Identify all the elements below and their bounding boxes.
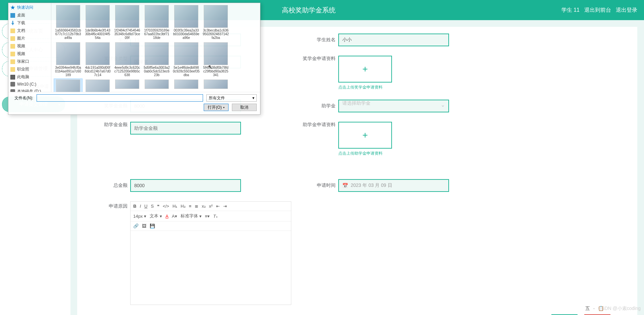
mouse-cursor: ↖: [208, 64, 212, 70]
sub-icon[interactable]: x₂: [202, 204, 206, 209]
bgcolor-icon[interactable]: A▾: [172, 214, 177, 219]
fd-side-item[interactable]: 桌面: [8, 11, 51, 19]
quote-icon[interactable]: ❝: [157, 204, 159, 209]
thumbnail-image: [86, 80, 110, 92]
underline-icon[interactable]: U: [144, 204, 147, 209]
fd-side-item[interactable]: 下载: [8, 19, 51, 27]
label-total: 总金额: [91, 182, 128, 189]
h1-icon[interactable]: H₁: [172, 204, 177, 209]
logout-link[interactable]: 退出登录: [616, 7, 637, 14]
grant-upload[interactable]: +: [338, 122, 392, 149]
fontfamily-select[interactable]: 标准字体 ▾: [181, 213, 202, 219]
folder-icon: [10, 44, 15, 49]
file-thumb[interactable]: 1de9b6b4e3f14330b4f6c4001f4f554a: [84, 4, 112, 40]
file-thumb[interactable]: 3c3becdba1c63695026924837142fa2ba: [202, 4, 230, 40]
file-thumb[interactable]: 4eee5d9c3c620cc7125200e98b5c638: [113, 42, 141, 77]
fd-side-item[interactable]: 视频: [8, 50, 51, 58]
reason-editor[interactable]: B I U S ❝ </> H₁ H₂ ≡ ≣ x₂ x² ⇤ ⇥ 14px ▾…: [130, 201, 291, 305]
code-icon[interactable]: </>: [163, 204, 169, 209]
chevron-down-icon: ▾: [252, 96, 254, 100]
thumbnail-image: [56, 5, 80, 28]
file-grid: 1a5936643582cb677c7c112b78b3a49a1de9b6b4…: [51, 3, 260, 92]
file-thumb[interactable]: 1f2484cf745454635348c6d8d73ce09f: [113, 4, 141, 40]
italic-icon[interactable]: I: [140, 204, 141, 209]
editor-body[interactable]: [131, 231, 291, 305]
file-thumb[interactable]: 6a2a9de7847011b4cb128a5c567bea9e: [54, 79, 82, 92]
user-label[interactable]: 学生 11: [561, 7, 580, 14]
file-thumb[interactable]: 4dc191a080d06f8dcd124b7a67d07c14: [84, 42, 112, 77]
fd-side-item[interactable]: 张家口: [8, 58, 51, 65]
file-thumb[interactable]: [143, 79, 171, 92]
sup-icon[interactable]: x²: [209, 204, 213, 209]
quick-access[interactable]: 快速访问: [8, 4, 51, 11]
save-icon[interactable]: 💾: [150, 223, 155, 228]
thumbnail-label: 3c3becdba1c63695026924837142fa2ba: [202, 29, 229, 40]
file-thumb[interactable]: 1a5936643582cb677c7c112b78b3a49a: [54, 4, 82, 40]
label-grant-amount: 助学金金额: [91, 122, 128, 128]
scholarship-upload[interactable]: +: [338, 56, 392, 83]
open-button[interactable]: 打开(O) ▾: [204, 104, 229, 111]
grant-select[interactable]: 请选择助学金: [338, 100, 449, 112]
total-input[interactable]: [130, 179, 241, 192]
indent-icon[interactable]: ⇤: [216, 204, 220, 209]
file-dialog-sidebar: 快速访问 桌面下载文档图片视频视频张家口职业照此电脑Win10 (C:)本地磁盘…: [8, 3, 51, 92]
file-thumb[interactable]: 5f45638df0b78fdc29fbbd90a3825341: [202, 42, 230, 77]
h2-icon[interactable]: H₂: [181, 204, 185, 209]
filetype-select[interactable]: 所有文件▾: [206, 94, 257, 102]
fd-side-item[interactable]: 视频: [8, 42, 51, 50]
label-reason: 申请原因: [91, 203, 128, 305]
file-thumb[interactable]: [113, 79, 141, 92]
file-thumb[interactable]: [202, 79, 230, 92]
calendar-icon: 📅: [342, 183, 348, 188]
thumbnail-image: [115, 80, 139, 89]
file-thumb[interactable]: [172, 79, 200, 92]
link-icon[interactable]: 🔗: [133, 223, 139, 228]
dialog-cancel-button[interactable]: 取消: [232, 104, 257, 111]
fd-side-item[interactable]: 本地磁盘 (D:): [8, 88, 51, 92]
filename-label: 文件名(N):: [12, 95, 33, 101]
folder-icon: [10, 59, 15, 64]
list-ul-icon[interactable]: ≣: [195, 204, 198, 209]
fd-side-item[interactable]: 文档: [8, 27, 51, 35]
pc-icon: [10, 75, 15, 80]
grant-amount-input[interactable]: [130, 122, 241, 135]
fd-side-item[interactable]: 图片: [8, 35, 51, 42]
file-thumb[interactable]: 3e0394ee94fcf0a01b4ae891a7c60189: [54, 42, 82, 77]
thumbnail-label: 1a5936643582cb677c7c112b78b3a49a: [55, 29, 82, 40]
back-link[interactable]: 退出到前台: [584, 7, 611, 14]
editor-toolbar-3: 🔗 🖼 💾: [131, 221, 291, 231]
bold-icon[interactable]: B: [133, 204, 136, 209]
thumbnail-image: [86, 5, 110, 28]
down-icon: [10, 21, 15, 25]
image-icon[interactable]: 🖼: [142, 223, 146, 228]
apply-time-input[interactable]: 📅 2023 年 03 月 09 日: [338, 179, 449, 192]
folder-icon: [10, 36, 15, 41]
fd-side-item[interactable]: 此电脑: [8, 73, 51, 81]
fontsize-select[interactable]: 14px ▾: [133, 214, 146, 219]
thumbnail-image: [204, 42, 228, 65]
file-thumb[interactable]: 5e1e4f6dedb8980c928c5503eef35dba: [172, 42, 200, 77]
thumbnail-label: 4dc191a080d06f8dcd124b7a67d07c14: [84, 66, 111, 77]
grant-upload-hint: 点击上传助学金申请资料: [338, 151, 392, 156]
file-thumb[interactable]: 003f3c39ea2a33b01030da54659ea96e: [172, 4, 200, 40]
desk-icon: [10, 13, 15, 18]
clear-icon[interactable]: Tₓ: [213, 214, 218, 219]
file-thumb[interactable]: 5d5ff5e6a3003a20ab0c5dc523ec623b: [143, 42, 171, 77]
label-grant: 助学金: [299, 103, 336, 109]
align-icon[interactable]: ≡▾: [205, 214, 210, 219]
student-name-input[interactable]: [338, 34, 449, 46]
file-open-dialog: 快速访问 桌面下载文档图片视频视频张家口职业照此电脑Win10 (C:)本地磁盘…: [8, 3, 260, 115]
file-thumb[interactable]: 1f70335929189e67aa822bc3bf7118de: [143, 4, 171, 40]
fd-side-item[interactable]: Win10 (C:): [8, 81, 51, 88]
filename-input[interactable]: [37, 94, 203, 102]
fontcolor-icon[interactable]: A: [165, 214, 168, 219]
file-thumb[interactable]: 6c6a0528ebc9db9ea02a532b29606164: [84, 79, 112, 92]
fd-side-item[interactable]: 职业照: [8, 65, 51, 73]
list-ol-icon[interactable]: ≡: [189, 204, 192, 209]
outdent-icon[interactable]: ⇥: [223, 204, 227, 209]
folder-icon: [10, 29, 15, 33]
thumbnail-image: [145, 80, 169, 89]
textmenu-select[interactable]: 文本 ▾: [150, 213, 162, 219]
strike-icon[interactable]: S: [151, 204, 154, 209]
thumbnail-image: [86, 42, 110, 65]
